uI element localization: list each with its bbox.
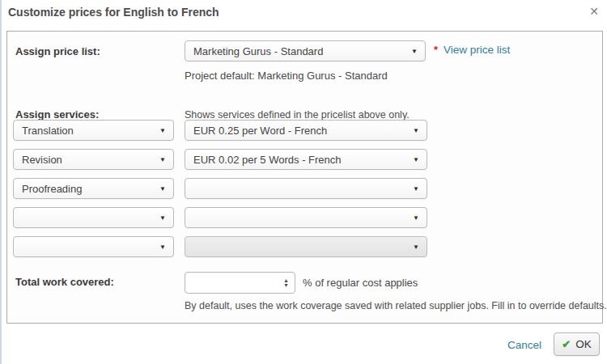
chevron-down-icon: ▼ <box>159 185 166 193</box>
work-covered-spinner: ▲ ▼ <box>185 272 295 294</box>
service-value: Proofreading <box>22 183 82 195</box>
spinner-down-icon[interactable]: ▼ <box>283 283 289 288</box>
dialog-left-edge <box>0 0 2 364</box>
price-dropdown-3[interactable]: ▼ <box>185 178 427 199</box>
chevron-down-icon: ▼ <box>159 214 166 222</box>
work-covered-label: Total work covered: <box>15 276 114 288</box>
close-icon[interactable]: ✕ <box>586 3 602 19</box>
spinner-arrows[interactable]: ▲ ▼ <box>283 278 295 288</box>
form-panel: Assign price list: Marketing Gurus - Sta… <box>6 31 603 324</box>
chevron-down-icon: ▼ <box>159 127 166 134</box>
price-dropdown-5-disabled: ▼ <box>185 236 427 257</box>
chevron-down-icon: ▼ <box>413 156 419 163</box>
service-dropdown-5[interactable]: ▼ <box>13 236 174 257</box>
service-dropdown-2[interactable]: Revision ▼ <box>13 149 174 170</box>
chevron-down-icon: ▼ <box>413 214 419 222</box>
customize-prices-dialog: Customize prices for English to French ✕… <box>0 0 607 364</box>
price-dropdown-2[interactable]: EUR 0.02 per 5 Words - French ▼ <box>185 149 427 170</box>
chevron-down-icon: ▼ <box>413 185 419 193</box>
service-dropdown-4[interactable]: ▼ <box>13 207 174 228</box>
price-dropdown-1[interactable]: EUR 0.25 per Word - French ▼ <box>185 120 427 141</box>
work-covered-suffix: % of regular cost applies <box>303 277 418 289</box>
required-asterisk: * <box>434 44 438 56</box>
chevron-down-icon: ▼ <box>413 243 419 251</box>
cancel-button[interactable]: Cancel <box>507 339 541 351</box>
price-list-dropdown[interactable]: Marketing Gurus - Standard ▼ <box>185 40 426 61</box>
check-icon: ✔ <box>562 338 571 350</box>
project-default-text: Project default: Marketing Gurus - Stand… <box>185 70 388 82</box>
service-dropdown-3[interactable]: Proofreading ▼ <box>13 178 174 199</box>
services-label: Assign services: <box>15 108 99 121</box>
price-list-selected-value: Marketing Gurus - Standard <box>193 45 323 57</box>
view-price-list-link[interactable]: View price list <box>444 44 510 56</box>
dialog-title: Customize prices for English to French <box>8 6 219 19</box>
price-dropdown-4[interactable]: ▼ <box>185 207 427 228</box>
ok-button-label: OK <box>575 338 592 350</box>
work-covered-note: By default, uses the work coverage saved… <box>185 300 607 311</box>
chevron-down-icon: ▼ <box>159 243 166 251</box>
chevron-down-icon: ▼ <box>411 48 418 55</box>
chevron-down-icon: ▼ <box>413 127 419 134</box>
service-dropdown-1[interactable]: Translation ▼ <box>13 120 174 141</box>
chevron-down-icon: ▼ <box>159 156 166 163</box>
price-value: EUR 0.02 per 5 Words - French <box>193 154 342 166</box>
service-value: Translation <box>22 125 74 137</box>
service-value: Revision <box>22 154 62 166</box>
work-covered-input[interactable] <box>185 277 283 289</box>
price-list-label: Assign price list: <box>15 45 100 57</box>
price-value: EUR 0.25 per Word - French <box>193 125 327 137</box>
services-hint: Shows services defined in the pricelist … <box>185 109 410 121</box>
ok-button[interactable]: ✔ OK <box>554 332 600 356</box>
